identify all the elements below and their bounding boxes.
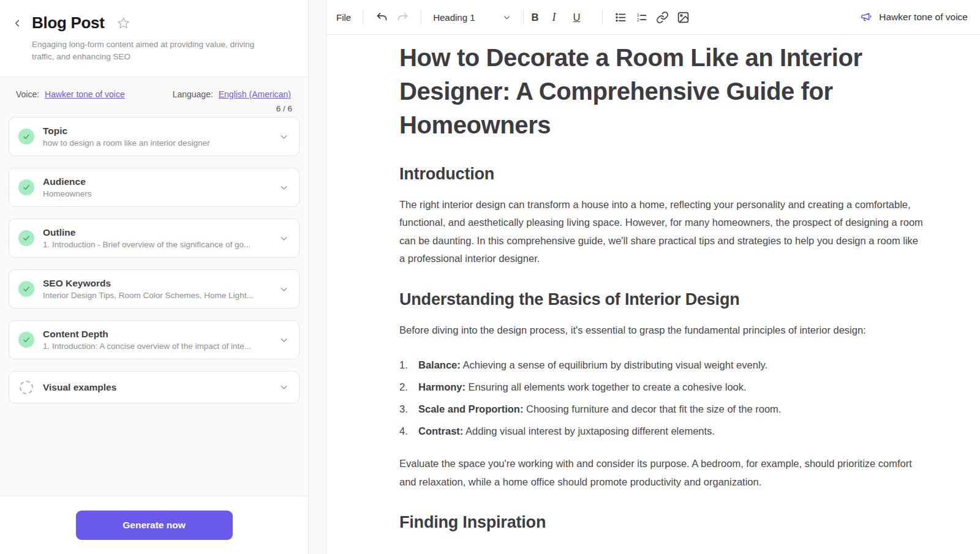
app-window: Blog Post Engaging long-form content aim… — [0, 0, 980, 554]
card-title: Visual examples — [43, 382, 270, 393]
check-circle-icon — [18, 332, 34, 348]
numbered-list-button[interactable]: 12 — [631, 8, 652, 26]
card-content-depth[interactable]: Content Depth 1. Introduction: A concise… — [9, 320, 300, 359]
check-circle-icon — [18, 129, 34, 144]
chevron-down-icon[interactable] — [279, 335, 289, 345]
editor-panel: File Heading 1 B I U 12 — [326, 0, 980, 554]
heading-style-value: Heading 1 — [433, 12, 475, 23]
sidebar-form: Voice: Hawker tone of voice Language: En… — [0, 77, 308, 496]
favorite-button[interactable] — [117, 17, 130, 29]
progress-counter: 6 / 6 — [0, 99, 308, 117]
list-number: 4. — [399, 422, 418, 440]
language-label: Language: — [173, 89, 213, 99]
sidebar-header: Blog Post Engaging long-form content aim… — [0, 0, 308, 77]
card-value: how to design a room like an interior de… — [43, 138, 270, 148]
list-item[interactable]: 4.Contrast: Adding visual interest by ju… — [399, 422, 926, 440]
card-value: 1. Introduction: A concise overview of t… — [43, 342, 270, 351]
chevron-down-icon[interactable] — [279, 132, 289, 142]
heading-basics[interactable]: Understanding the Basics of Interior Des… — [399, 290, 926, 309]
input-cards: Topic how to design a room like an inter… — [0, 117, 308, 403]
voice-setting: Voice: Hawker tone of voice — [16, 89, 125, 99]
voice-link[interactable]: Hawker tone of voice — [45, 89, 125, 99]
document-editor[interactable]: How to Decorate a Room Like an Interior … — [326, 35, 980, 554]
heading-introduction[interactable]: Introduction — [399, 165, 926, 184]
toolbar-separator — [421, 9, 421, 25]
paragraph-basics[interactable]: Before diving into the design process, i… — [399, 321, 926, 340]
chevron-down-icon[interactable] — [279, 382, 289, 392]
card-title: Outline — [43, 227, 270, 238]
principles-list[interactable]: 1.Balance: Achieving a sense of equilibr… — [399, 356, 926, 440]
star-icon — [117, 17, 130, 29]
card-value: Homeowners — [43, 189, 270, 198]
chevron-left-icon — [13, 18, 23, 28]
bullet-list-button[interactable] — [611, 8, 631, 26]
svg-text:2: 2 — [637, 17, 639, 23]
list-number: 3. — [399, 400, 418, 418]
list-item[interactable]: 2.Harmony: Ensuring all elements work to… — [399, 378, 926, 396]
editor-toolbar: File Heading 1 B I U 12 — [326, 0, 980, 35]
language-link[interactable]: English (American) — [219, 89, 291, 99]
chevron-down-icon[interactable] — [279, 284, 289, 294]
list-number: 1. — [399, 356, 418, 374]
undo-button[interactable] — [371, 8, 392, 26]
card-visual-examples[interactable]: Visual examples — [9, 371, 300, 403]
card-title: Content Depth — [43, 329, 270, 340]
card-value: Interior Design Tips, Room Color Schemes… — [43, 291, 270, 300]
paragraph-evaluate[interactable]: Evaluate the space you're working with a… — [399, 455, 926, 491]
list-item[interactable]: 3.Scale and Proportion: Choosing furnitu… — [399, 400, 926, 418]
check-circle-icon — [18, 230, 34, 246]
insert-link-button[interactable] — [652, 8, 673, 26]
panel-gutter — [309, 0, 326, 554]
card-topic[interactable]: Topic how to design a room like an inter… — [9, 117, 300, 156]
chevron-down-icon[interactable] — [279, 233, 289, 244]
undo-icon — [375, 11, 388, 24]
page-title: Blog Post — [32, 13, 105, 32]
megaphone-icon — [860, 10, 873, 24]
tone-of-voice-indicator[interactable]: Hawker tone of voice — [860, 10, 968, 24]
card-title: SEO Keywords — [43, 278, 270, 289]
redo-button[interactable] — [392, 8, 413, 26]
template-description: Engaging long-form content aimed at prov… — [32, 39, 277, 63]
sidebar-footer: Generate now — [0, 496, 308, 554]
back-button[interactable] — [12, 18, 23, 29]
list-term: Scale and Proportion: — [418, 403, 523, 414]
link-icon — [656, 11, 669, 24]
card-seo-keywords[interactable]: SEO Keywords Interior Design Tips, Room … — [9, 269, 300, 309]
language-setting: Language: English (American) — [173, 89, 291, 99]
card-audience[interactable]: Audience Homeowners — [9, 168, 300, 207]
chevron-down-icon — [502, 13, 511, 22]
tone-of-voice-label: Hawker tone of voice — [879, 12, 968, 23]
generate-now-button[interactable]: Generate now — [76, 511, 233, 540]
document-title[interactable]: How to Decorate a Room Like an Interior … — [399, 41, 926, 143]
file-menu[interactable]: File — [333, 10, 355, 25]
toolbar-separator — [602, 9, 603, 25]
heading-style-dropdown[interactable]: Heading 1 — [429, 10, 514, 25]
image-icon — [677, 11, 690, 24]
check-circle-icon — [18, 281, 34, 297]
list-desc: Choosing furniture and decor that fit th… — [523, 403, 781, 414]
card-title: Audience — [43, 176, 270, 187]
italic-button[interactable]: I — [552, 11, 573, 24]
card-title: Topic — [43, 125, 270, 137]
list-desc: Achieving a sense of equilibrium by dist… — [461, 359, 767, 370]
bold-button[interactable]: B — [532, 12, 552, 23]
chevron-down-icon[interactable] — [279, 182, 289, 193]
underline-button[interactable]: U — [573, 12, 594, 23]
card-value: 1. Introduction - Brief overview of the … — [43, 240, 270, 249]
check-circle-icon — [18, 179, 34, 195]
list-desc: Ensuring all elements work together to c… — [466, 381, 747, 392]
insert-image-button[interactable] — [673, 8, 694, 26]
toolbar-separator — [363, 9, 363, 25]
card-outline[interactable]: Outline 1. Introduction - Brief overview… — [9, 219, 300, 258]
sidebar: Blog Post Engaging long-form content aim… — [0, 0, 309, 554]
dashed-circle-icon — [20, 381, 33, 394]
numbered-list-icon: 12 — [635, 11, 648, 24]
bullet-list-icon — [614, 11, 627, 24]
voice-label: Voice: — [16, 89, 39, 99]
list-desc: Adding visual interest by juxtaposing di… — [463, 425, 715, 436]
heading-inspiration[interactable]: Finding Inspiration — [399, 513, 926, 532]
list-item[interactable]: 1.Balance: Achieving a sense of equilibr… — [399, 356, 926, 374]
toolbar-separator — [523, 9, 524, 25]
paragraph-introduction[interactable]: The right interior design can transform … — [399, 196, 926, 268]
list-term: Balance: — [418, 359, 461, 370]
